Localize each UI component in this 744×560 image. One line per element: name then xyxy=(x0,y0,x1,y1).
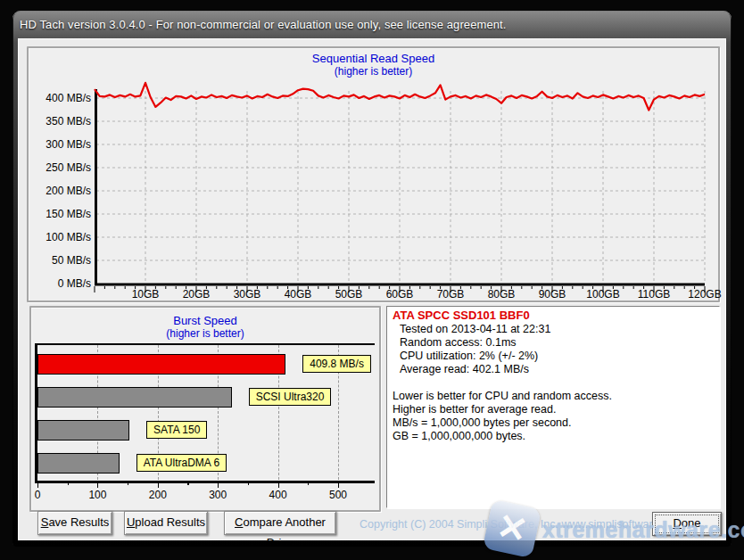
read-y-tick-label: 300 MB/s xyxy=(27,138,91,151)
burst-bar xyxy=(37,420,129,441)
burst-bar xyxy=(37,453,120,474)
drive-stat-line: Average read: 402.1 MB/s xyxy=(400,363,529,375)
read-y-tick-label: 400 MB/s xyxy=(27,92,91,104)
read-x-tick-label: 40GB xyxy=(271,288,325,301)
drive-stat-line: Random access: 0.1ms xyxy=(400,336,517,349)
read-y-tick-label: 0 MB/s xyxy=(27,277,91,290)
read-y-tick-label: 250 MB/s xyxy=(27,161,91,174)
burst-major-ticks xyxy=(37,482,340,488)
done-button[interactable]: Done xyxy=(652,512,722,536)
drive-stat-line: CPU utilization: 2% (+/- 2%) xyxy=(400,350,538,362)
burst-bar-label: SCSI Ultra320 xyxy=(249,388,332,406)
burst-chart-subtitle: (higher is better) xyxy=(31,327,379,340)
upload-results-button[interactable]: Upload Results xyxy=(124,511,208,535)
info-note-line: Lower is better for CPU and random acces… xyxy=(393,390,612,402)
read-chart-subtitle: (higher is better) xyxy=(29,65,718,78)
read-y-tick-label: 350 MB/s xyxy=(27,115,91,128)
burst-bar-label: 409.8 MB/s xyxy=(302,355,371,373)
burst-x-tick-label: 400 xyxy=(260,489,296,501)
burst-bar-label: SATA 150 xyxy=(146,421,207,439)
burst-bar xyxy=(37,354,285,375)
read-x-tick-label: 90GB xyxy=(525,288,579,301)
drive-stat-line: Tested on 2013-04-11 at 22:31 xyxy=(400,323,550,335)
read-x-tick-label: 100GB xyxy=(576,288,630,301)
read-y-tick-label: 200 MB/s xyxy=(27,185,91,197)
burst-x-tick-label: 500 xyxy=(320,489,356,501)
read-x-tick-label: 110GB xyxy=(627,288,681,301)
burst-bar-label: ATA UltraDMA 6 xyxy=(136,454,227,472)
drive-name: ATA SPCC SSD101 BBF0 xyxy=(393,309,530,322)
burst-x-tick-label: 300 xyxy=(200,489,236,501)
compare-another-drive-button[interactable]: Compare Another Drive xyxy=(224,511,336,535)
burst-x-tick-label: 200 xyxy=(140,489,176,501)
info-note-line: GB = 1,000,000,000 bytes. xyxy=(393,430,525,442)
read-x-tick-label: 70GB xyxy=(424,288,477,301)
read-y-tick-label: 100 MB/s xyxy=(27,231,91,243)
read-x-tick-label: 20GB xyxy=(169,288,223,301)
info-note-line: Higher is better for average read. xyxy=(393,403,556,416)
burst-x-tick-label: 0 xyxy=(20,489,55,501)
info-note-line: MB/s = 1,000,000 bytes per second. xyxy=(393,416,571,429)
burst-x-tick-label: 100 xyxy=(79,489,115,501)
read-chart-title: Sequential Read Speed xyxy=(29,52,718,65)
sequential-read-plot xyxy=(95,78,705,298)
read-x-tick-label: 120GB xyxy=(678,288,732,301)
burst-bar xyxy=(37,387,232,408)
read-x-tick-label: 80GB xyxy=(475,288,528,301)
save-results-button[interactable]: Save Results xyxy=(37,511,112,535)
window-title: HD Tach version 3.0.4.0 - For non-commer… xyxy=(20,18,507,31)
read-x-tick-label: 60GB xyxy=(373,288,426,301)
read-x-tick-label: 30GB xyxy=(220,288,274,301)
window-titlebar[interactable]: HD Tach version 3.0.4.0 - For non-commer… xyxy=(20,18,715,37)
read-y-tick-label: 150 MB/s xyxy=(27,208,91,220)
read-x-tick-label: 50GB xyxy=(322,288,376,301)
burst-chart-title: Burst Speed xyxy=(31,314,379,327)
read-x-tick-label: 10GB xyxy=(119,288,172,301)
copyright-text: Copyright (C) 2004 Simpli Software, Inc.… xyxy=(360,518,683,531)
read-y-tick-label: 50 MB/s xyxy=(27,254,91,267)
hdtach-window-screenshot: HD Tach version 3.0.4.0 - For non-commer… xyxy=(0,0,744,560)
